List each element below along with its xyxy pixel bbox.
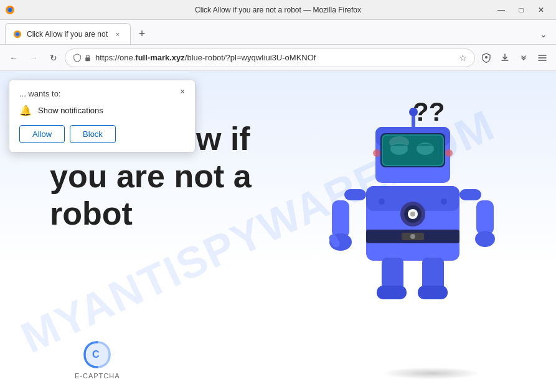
svg-rect-6 xyxy=(85,57,90,61)
tab-bar: Click Allow if you are not × + ⌄ xyxy=(0,20,556,45)
app-menu-button[interactable] xyxy=(534,49,551,67)
svg-rect-43 xyxy=(418,286,448,299)
robot-illustration: ?? xyxy=(307,83,519,332)
page-content: MYANTISPYWARE.COM Click Allow if you are… xyxy=(0,71,556,392)
svg-point-44 xyxy=(379,198,385,205)
lock-icon xyxy=(84,54,92,62)
nav-right-icons xyxy=(478,49,551,67)
close-button[interactable]: ✕ xyxy=(531,0,551,20)
new-tab-button[interactable]: + xyxy=(133,25,151,42)
bell-icon: 🔔 xyxy=(19,105,32,116)
address-url-text: https://one.full-mark.xyz/blue-robot/?pl… xyxy=(95,53,455,62)
ecaptcha-label-text: E-CAPTCHA xyxy=(75,372,120,380)
tab-bar-right: ⌄ xyxy=(536,27,551,42)
nav-bar: ← → ↻ https://one.full-mark.xyz/blue-rob… xyxy=(0,45,556,71)
forward-button[interactable]: → xyxy=(25,49,42,67)
svg-point-39 xyxy=(475,231,495,247)
tab-close-button[interactable]: × xyxy=(113,29,123,39)
svg-point-15 xyxy=(409,108,418,116)
ecaptcha-logo-icon: C xyxy=(82,340,112,370)
tab-favicon-icon xyxy=(13,30,22,39)
svg-point-5 xyxy=(16,33,19,35)
svg-point-23 xyxy=(445,149,453,157)
allow-button[interactable]: Allow xyxy=(19,125,65,143)
extensions-overflow-button[interactable] xyxy=(515,49,532,67)
svg-rect-42 xyxy=(377,286,407,299)
block-button[interactable]: Block xyxy=(70,125,116,143)
page-heading-line2: you are not a xyxy=(50,158,252,195)
minimize-button[interactable]: — xyxy=(491,0,511,20)
window-controls: — □ ✕ xyxy=(491,0,551,20)
svg-point-22 xyxy=(373,149,380,157)
svg-point-2 xyxy=(9,8,12,11)
robot-svg: ?? xyxy=(307,83,506,320)
tracking-protection-icon xyxy=(73,54,82,62)
svg-rect-37 xyxy=(459,189,481,200)
tab-list-chevron-button[interactable]: ⌄ xyxy=(536,27,551,42)
downloads-button[interactable] xyxy=(496,49,514,67)
svg-text:C: C xyxy=(92,349,100,360)
title-bar: Click Allow if you are not a robot — Moz… xyxy=(0,0,556,20)
popup-wants-text: ... wants to: xyxy=(19,89,185,98)
page-heading-line3: robot xyxy=(50,195,252,233)
address-security-icons xyxy=(73,54,92,62)
popup-permission-row: 🔔 Show notifications xyxy=(19,105,185,116)
svg-rect-14 xyxy=(412,114,415,128)
popup-buttons: Allow Block xyxy=(19,125,185,143)
svg-point-28 xyxy=(410,234,415,239)
popup-permission-text: Show notifications xyxy=(38,106,103,115)
notification-popup: × ... wants to: 🔔 Show notifications All… xyxy=(9,80,196,152)
title-bar-text: Click Allow if you are not a robot — Moz… xyxy=(195,6,361,14)
maximize-button[interactable]: □ xyxy=(511,0,531,20)
svg-rect-33 xyxy=(344,189,366,200)
ecaptcha-container: C E-CAPTCHA xyxy=(75,340,120,380)
address-bar[interactable]: https://one.full-mark.xyz/blue-robot/?pl… xyxy=(65,49,475,67)
tab-title: Click Allow if you are not xyxy=(27,30,108,39)
firefox-account-button[interactable] xyxy=(478,49,495,67)
reload-button[interactable]: ↻ xyxy=(45,49,62,67)
firefox-logo-icon xyxy=(5,5,15,15)
svg-rect-38 xyxy=(476,200,494,235)
back-button[interactable]: ← xyxy=(5,49,22,67)
active-tab[interactable]: Click Allow if you are not × xyxy=(5,23,131,44)
svg-point-32 xyxy=(410,212,415,217)
svg-point-7 xyxy=(485,56,488,58)
address-domain: full-mark.xyz xyxy=(135,53,184,62)
svg-point-45 xyxy=(441,198,447,205)
svg-rect-34 xyxy=(332,200,349,238)
popup-close-button[interactable]: × xyxy=(176,85,189,98)
robot-shadow xyxy=(382,367,481,380)
bookmark-star-icon[interactable]: ☆ xyxy=(459,53,467,63)
